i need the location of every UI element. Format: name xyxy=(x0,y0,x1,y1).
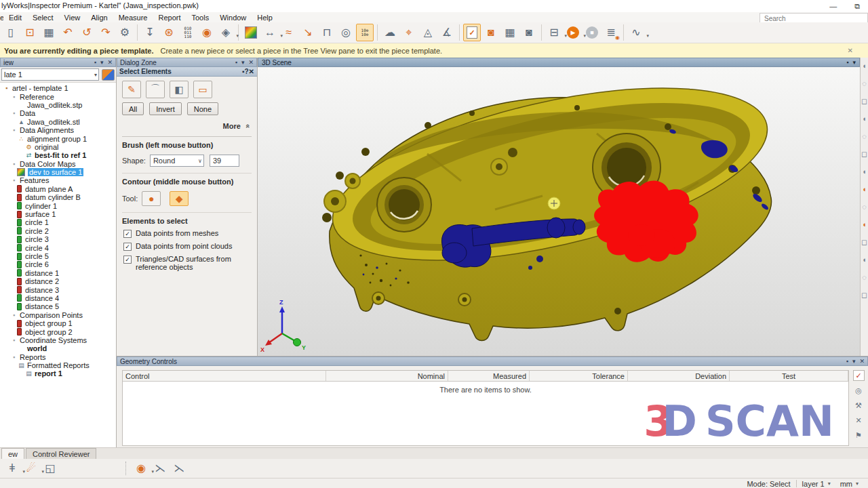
tree-item-distance-3[interactable]: distance 3 xyxy=(0,285,116,293)
column-header-measured[interactable]: Measured xyxy=(448,371,530,381)
undo-all-icon[interactable]: ↺ xyxy=(78,24,96,41)
panel-menu-icon[interactable]: ▾ xyxy=(100,59,104,66)
panel-menu-icon[interactable]: ▾ xyxy=(852,358,856,365)
device-arm-2-icon[interactable]: ⋋ xyxy=(170,460,188,477)
scene-sphere-icon[interactable]: ◉ xyxy=(198,24,216,41)
clipped-tool-icon-5[interactable]: ◻ xyxy=(861,150,867,167)
tree-item-data-color-maps[interactable]: ▪Data Color Maps xyxy=(0,160,116,168)
new-piece-icon[interactable]: ▯ xyxy=(2,24,20,41)
redo-icon[interactable]: ↷ xyxy=(97,24,115,41)
open-icon[interactable]: ⊡ xyxy=(21,24,39,41)
device-arm-1-icon[interactable]: ⋋ xyxy=(151,460,169,477)
play-sequence-icon[interactable]: ≣◉ xyxy=(602,24,620,41)
tree-item-datum-plane-a[interactable]: datum plane A xyxy=(0,185,116,193)
menu-item-view[interactable]: View xyxy=(59,14,86,22)
tree-item-distance-4[interactable]: distance 4 xyxy=(0,294,116,302)
undo-icon[interactable]: ↶ xyxy=(59,24,77,41)
lasso-select-icon[interactable]: ⌒ xyxy=(146,81,165,98)
compass-measure-icon[interactable]: ∡ xyxy=(438,24,456,41)
caliper-icon[interactable]: ⊓ xyxy=(318,24,336,41)
tree-item-data-alignments[interactable]: ▪Data Alignments xyxy=(0,126,116,134)
pin-icon[interactable]: ▪ xyxy=(235,59,237,66)
tree-item-surface-1[interactable]: surface 1 xyxy=(0,210,116,218)
digital-readout-icon[interactable]: 010 011 110 xyxy=(179,24,197,41)
contour-open-tool-icon[interactable]: ● xyxy=(142,191,161,206)
tree-item-circle-6[interactable]: circle 6 xyxy=(0,260,116,268)
tab-control-reviewer[interactable]: Control Reviewer xyxy=(26,448,96,460)
import-icon[interactable]: ↧ xyxy=(141,24,159,41)
pin-icon[interactable]: ▪ xyxy=(846,358,848,365)
piece-template-icon[interactable] xyxy=(102,69,115,81)
clipped-tool-icon-1[interactable]: ◌ xyxy=(862,79,867,97)
probe-device-icon[interactable]: ⌖ xyxy=(400,24,418,41)
menu-item-help[interactable]: Help xyxy=(252,14,278,22)
more-label[interactable]: More xyxy=(223,122,241,130)
select-all-button[interactable]: All xyxy=(122,102,144,115)
shape-select[interactable]: Round ∨ xyxy=(150,155,204,167)
column-header-control[interactable]: Control xyxy=(123,371,326,381)
brush-select-icon[interactable]: ✎ xyxy=(122,81,141,98)
piece-template-dropdown[interactable]: late 1 ▾ xyxy=(1,68,99,81)
snapshot-camera-icon[interactable]: ◙ xyxy=(520,24,538,41)
search-input[interactable] xyxy=(760,14,867,23)
close-icon[interactable]: ✕ xyxy=(107,59,113,66)
clipped-tool-icon-10[interactable]: ◻ xyxy=(861,238,867,256)
table-icon[interactable]: ▦ xyxy=(501,24,519,41)
column-header-deviation[interactable]: Deviation xyxy=(628,371,730,381)
dimension-icon[interactable]: ↔▾ xyxy=(261,24,279,41)
restore-button[interactable]: ⧉ xyxy=(854,2,860,11)
clipped-tool-icon-9[interactable]: ◖ xyxy=(862,220,867,238)
tree-item-original[interactable]: ⚙original xyxy=(0,143,116,151)
tree-item-best-fit-to-ref-1[interactable]: ⇄best-fit to ref 1 xyxy=(0,151,116,159)
rectangle-select-icon[interactable]: ▭ xyxy=(193,81,212,98)
zoom-label-icon[interactable]: ◎ xyxy=(337,24,355,41)
tree-item-reference[interactable]: ▪Reference xyxy=(0,92,116,100)
tree-item-circle-4[interactable]: circle 4 xyxy=(0,243,116,251)
deviation-readout-icon[interactable]: 10⊕ 10⊕ xyxy=(356,24,374,41)
brush-size-input[interactable]: 39 xyxy=(210,155,239,167)
options-gear-icon[interactable]: ⚙ xyxy=(116,24,134,41)
tree-item-circle-2[interactable]: circle 2 xyxy=(0,227,116,235)
menu-item-select[interactable]: Select xyxy=(27,14,59,22)
target-icon[interactable]: ◎ xyxy=(853,385,865,396)
cloud-icon[interactable]: ☁ xyxy=(381,24,399,41)
clipped-tool-icon-13[interactable]: ◻ xyxy=(861,291,867,308)
tree-item-distance-2[interactable]: distance 2 xyxy=(0,277,116,285)
delete-icon[interactable]: ✕ xyxy=(853,415,865,426)
clipped-tool-icon-7[interactable]: ◖ xyxy=(862,185,867,203)
close-icon[interactable]: ✕ xyxy=(859,358,865,365)
save-icon[interactable]: ▦ xyxy=(40,24,58,41)
stop-hand-icon[interactable]: ■ xyxy=(583,24,601,41)
display-slider-icon[interactable]: ǂ▾ xyxy=(3,460,21,477)
checkbox-checked-icon[interactable]: ✓ xyxy=(123,256,132,264)
targets-icon[interactable]: ◉▾ xyxy=(132,460,150,477)
tree-item-report-1[interactable]: ▤report 1 xyxy=(0,369,116,378)
panel-menu-icon[interactable]: ▾ xyxy=(852,59,856,66)
checkbox-checked-icon[interactable]: ✓ xyxy=(123,243,132,251)
clapperboard-icon[interactable]: ◱ xyxy=(41,460,59,477)
menu-item-align[interactable]: Align xyxy=(85,14,113,22)
pin-icon[interactable]: ▪ xyxy=(846,59,848,66)
minimize-button[interactable]: — xyxy=(829,2,837,10)
column-header-test[interactable]: Test xyxy=(730,371,848,381)
tree-item-circle-5[interactable]: circle 5 xyxy=(0,252,116,260)
point-coordinates-icon[interactable]: ◈▾ xyxy=(217,24,235,41)
align-star-icon[interactable]: ⊛ xyxy=(160,24,178,41)
clipped-tool-icon-2[interactable]: ◻ xyxy=(861,97,867,115)
camera-add-icon[interactable]: ◙ xyxy=(482,24,500,41)
panel-menu-icon[interactable]: ▾ xyxy=(241,59,245,66)
pin-icon[interactable]: ▪ xyxy=(94,59,96,66)
select-invert-button[interactable]: Invert xyxy=(149,102,182,115)
tree-item-object-group-2[interactable]: object group 2 xyxy=(0,327,116,336)
tree-item-cylinder-1[interactable]: cylinder 1 xyxy=(0,201,116,209)
menu-item-window[interactable]: Window xyxy=(214,14,252,22)
notice-close-icon[interactable]: ✕ xyxy=(848,47,853,54)
clipped-tool-icon-3[interactable]: ◖ xyxy=(862,115,867,132)
tree-item-jawa-odlitek-stp[interactable]: Jawa_odlitek.stp xyxy=(0,101,116,109)
clipped-tool-icon-12[interactable]: ◌ xyxy=(862,273,867,291)
color-map-cube-icon[interactable] xyxy=(242,24,260,41)
layer-selector[interactable]: layer 1 xyxy=(802,480,825,488)
tree-item-datum-cylinder-b[interactable]: datum cylinder B xyxy=(0,193,116,201)
checkbox-checked-icon[interactable]: ✓ xyxy=(123,230,132,238)
select-none-button[interactable]: None xyxy=(187,102,218,115)
